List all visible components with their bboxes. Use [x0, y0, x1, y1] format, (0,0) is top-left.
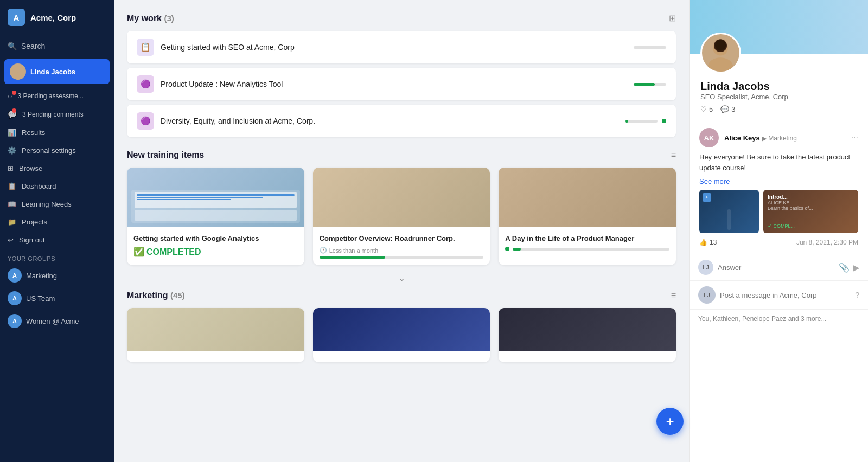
comments-stat: 💬 3: [720, 105, 735, 113]
thumbs-up-icon: 👍: [699, 239, 707, 246]
training-progress-row: [505, 247, 669, 251]
sidebar-item-dashboard[interactable]: 📋 Dashboard: [0, 177, 114, 195]
likes-stat: ♡ 5: [700, 105, 713, 113]
clock-icon: 🕐: [320, 247, 327, 254]
gear-icon: ⚙️: [8, 146, 16, 155]
sidebar-item-pending-comments[interactable]: 💬 3 Pending comments: [0, 105, 114, 124]
send-icon[interactable]: ▶: [853, 262, 859, 273]
media-author-label: ALICE KE...: [768, 200, 854, 206]
media-status-label: ✓ COMPL...: [768, 223, 854, 229]
svg-point-0: [15, 66, 21, 73]
likes-count: 5: [709, 105, 713, 113]
training-card-title: A Day in the Life of a Product Manager: [505, 234, 669, 243]
work-item-seo[interactable]: 📋 Getting started with SEO at Acme, Corp: [127, 31, 676, 63]
media-body-label: Learn the basics of...: [768, 206, 854, 211]
profile-avatar-container: [700, 33, 741, 73]
post-author-name: Alice Keys: [724, 134, 760, 142]
book-icon: 📖: [8, 200, 16, 208]
nav-label: Browse: [19, 164, 42, 172]
feed-post: AK Alice Keys ▶ Marketing ··· Hey everyo…: [690, 120, 868, 254]
my-work-header: My work (3) ⊞: [127, 13, 676, 23]
training-card-image: [313, 168, 490, 227]
post-arrow-icon: ▶: [762, 135, 768, 142]
marketing-card-3[interactable]: [499, 308, 676, 362]
answer-avatar: LJ: [698, 260, 713, 275]
group-name: Women @ Acme: [26, 317, 79, 325]
marketing-header: Marketing (45) ≡: [127, 291, 676, 300]
nav-label: 3 Pending assessme...: [17, 92, 83, 100]
post-footer: 👍 13 Jun 8, 2021, 2:30 PM: [699, 239, 858, 246]
training-time: 🕐 Less than a month: [320, 247, 484, 254]
sidebar: A Acme, Corp 🔍 Search Linda Jacobs ○ 3 P…: [0, 0, 114, 462]
grid-view-icon[interactable]: ⊞: [669, 13, 676, 23]
see-more-link[interactable]: See more: [699, 177, 858, 185]
work-item-dei[interactable]: 🟣 Diversity, Equity, and Inclusion at Ac…: [127, 105, 676, 137]
list-view-icon-marketing[interactable]: ≡: [671, 291, 676, 300]
search-button[interactable]: 🔍 Search: [0, 35, 114, 57]
search-label: Search: [21, 42, 45, 50]
nav-label: Results: [22, 129, 45, 137]
post-more-button[interactable]: ···: [851, 133, 858, 143]
answer-input[interactable]: [718, 264, 834, 272]
app-logo-icon: A: [8, 9, 25, 26]
work-progress: [634, 46, 666, 49]
post-message-input[interactable]: [720, 291, 851, 299]
post-author-info: Alice Keys ▶ Marketing: [724, 133, 797, 143]
sidebar-item-sign-out[interactable]: ↩ Sign out: [0, 231, 114, 249]
marketing-card-1[interactable]: [127, 308, 304, 362]
help-icon[interactable]: ?: [855, 291, 859, 299]
chart-icon: 📊: [8, 129, 16, 137]
sidebar-item-projects[interactable]: 📁 Projects: [0, 213, 114, 231]
heart-icon: ♡: [700, 105, 707, 113]
marketing-card-image: [499, 308, 676, 351]
training-progress-row: [320, 256, 484, 259]
current-user-item[interactable]: Linda Jacobs: [4, 59, 110, 84]
post-media-thumb-left[interactable]: +: [699, 190, 759, 233]
sidebar-item-results[interactable]: 📊 Results: [0, 124, 114, 142]
training-card-google-analytics[interactable]: Getting started with Google Analytics ✅ …: [127, 168, 304, 265]
training-card-product-manager[interactable]: A Day in the Life of a Product Manager: [499, 168, 676, 265]
show-more-button[interactable]: ⌄: [127, 270, 676, 286]
sidebar-item-women-acme[interactable]: A Women @ Acme: [0, 310, 114, 332]
marketing-card-body: [127, 351, 304, 362]
attachment-icon[interactable]: 📎: [839, 262, 850, 273]
marketing-card-2[interactable]: [313, 308, 490, 362]
groups-section-label: Your groups: [0, 249, 114, 264]
post-media: + Introd... ALICE KE... Learn the basics…: [699, 190, 858, 233]
group-name: Marketing: [26, 272, 57, 280]
main-content: My work (3) ⊞ 📋 Getting started with SEO…: [114, 0, 689, 462]
group-name: US Team: [26, 294, 55, 303]
fab-button[interactable]: +: [656, 408, 684, 435]
work-item-icon: 🟣: [137, 75, 154, 93]
group-avatar-women-acme: A: [8, 314, 22, 328]
post-message-avatar: LJ: [698, 286, 716, 304]
like-count: 13: [710, 239, 717, 246]
nav-label: Sign out: [19, 236, 45, 244]
sidebar-logo: A Acme, Corp: [0, 0, 114, 35]
profile-avatar: [700, 33, 741, 73]
svg-point-3: [708, 57, 733, 73]
sidebar-item-us-team[interactable]: A US Team: [0, 287, 114, 310]
marketing-grid: [127, 308, 676, 362]
work-item-analytics[interactable]: 🟣 Product Update : New Analytics Tool: [127, 68, 676, 100]
sidebar-item-personal-settings[interactable]: ⚙️ Personal settings: [0, 142, 114, 159]
svg-point-5: [715, 40, 726, 50]
work-progress: [634, 83, 666, 86]
post-message-row: LJ ?: [690, 280, 868, 309]
nav-label: 3 Pending comments: [22, 111, 84, 118]
like-button[interactable]: 👍 13: [699, 239, 717, 246]
checkmark-icon: ✅: [133, 247, 144, 257]
sidebar-item-learning-needs[interactable]: 📖 Learning Needs: [0, 195, 114, 213]
training-card-competitor[interactable]: Competitor Overview: Roadrunner Corp. 🕐 …: [313, 168, 490, 265]
sidebar-item-pending-assessments[interactable]: ○ 3 Pending assessme...: [0, 86, 114, 105]
sidebar-item-marketing[interactable]: A Marketing: [0, 264, 114, 287]
profile-stats: ♡ 5 💬 3: [700, 105, 857, 113]
dashboard-icon: 📋: [8, 182, 16, 190]
list-view-icon[interactable]: ≡: [671, 150, 676, 160]
avatar: [10, 63, 26, 80]
sidebar-item-browse[interactable]: ⊞ Browse: [0, 159, 114, 177]
training-card-title: Getting started with Google Analytics: [133, 234, 298, 243]
nav-label: Personal settings: [22, 146, 76, 155]
post-media-info: Introd... ALICE KE... Learn the basics o…: [763, 190, 858, 233]
post-author-avatar: AK: [699, 128, 719, 147]
